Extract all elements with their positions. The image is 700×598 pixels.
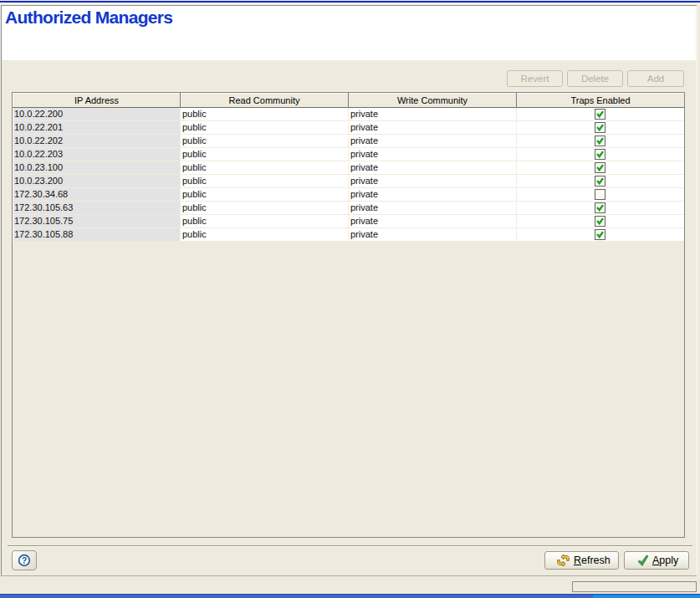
svg-text:?: ? [22,555,27,565]
